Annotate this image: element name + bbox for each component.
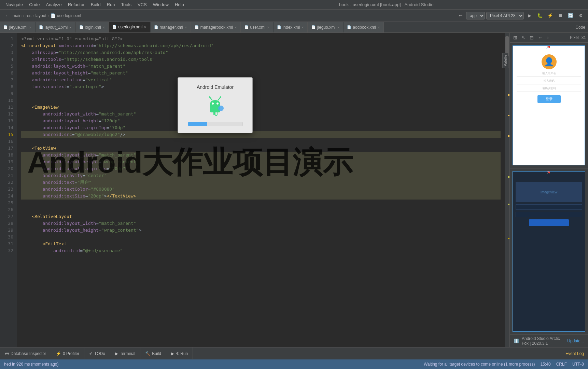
menu-bar: Navigate Code Analyze Refactor Build Run…: [0, 0, 588, 10]
navigate-menu[interactable]: Navigate: [3, 1, 26, 8]
xml-icon: 📄: [79, 25, 83, 29]
code-line-16: [21, 138, 501, 145]
status-time: 15:40: [541, 362, 551, 367]
status-right: Waiting for all target devices to come o…: [424, 362, 584, 367]
avatar-icon: 👤: [542, 54, 557, 69]
tab-close-jieguo[interactable]: ×: [337, 25, 339, 29]
toolbar: ← main › res › layout › 📄 userlogin.xml …: [0, 10, 588, 22]
code-line-11: <ImageView: [21, 104, 501, 111]
breadcrumb-res: res: [26, 13, 31, 18]
line-numbers: 1 2 3 4 5 6 7 8 9 10 11 12 13 14 15 16 1…: [0, 33, 17, 347]
down-arrow-icon[interactable]: ↕: [545, 34, 550, 41]
help-menu[interactable]: Help: [172, 1, 187, 8]
update-bar: ℹ️ Android Studio Arctic Fox | 2020.3.1 …: [510, 334, 588, 347]
update-link[interactable]: Update...: [567, 339, 584, 343]
tab-close-jieyue[interactable]: ×: [29, 25, 31, 29]
device-selector[interactable]: Pixel 4 API 28: [486, 12, 524, 19]
preview-row-1: [516, 204, 582, 210]
database-inspector-label: Database Inspector: [11, 351, 46, 356]
sync-button[interactable]: 🔄: [566, 11, 575, 20]
svg-point-4: [209, 96, 210, 98]
tab-userlogin[interactable]: 📄 userlogin.xml ×: [109, 22, 150, 33]
settings-button[interactable]: ⚙: [576, 11, 585, 20]
view-toggle[interactable]: ⊟: [528, 34, 535, 41]
xml-icon: 📄: [277, 25, 281, 29]
tab-close-managerbook[interactable]: ×: [235, 25, 237, 29]
build-menu[interactable]: Build: [88, 1, 103, 8]
progress-bar-fill: [188, 122, 207, 126]
back-button[interactable]: ←: [3, 12, 11, 19]
preview-btn: [529, 219, 569, 226]
status-crlf[interactable]: CRLF: [556, 362, 567, 367]
event-log-btn[interactable]: Event Log: [565, 351, 584, 356]
code-view-btn[interactable]: Code: [573, 25, 588, 30]
debug-button[interactable]: 🐛: [535, 11, 544, 20]
window-menu[interactable]: Window: [150, 1, 171, 8]
preview-grid: ImageView: [513, 172, 585, 229]
tab-close-user[interactable]: ×: [267, 25, 269, 29]
tab-close-login[interactable]: ×: [103, 25, 105, 29]
terminal-tool[interactable]: ▶ Terminal: [110, 347, 140, 360]
preview-input-username: 输入用户名: [517, 71, 581, 77]
tab-layout1[interactable]: 📄 layout_1.xml ×: [36, 22, 75, 33]
editor[interactable]: 1 2 3 4 5 6 7 8 9 10 11 12 13 14 15 16 1…: [0, 33, 509, 347]
app-selector[interactable]: app: [466, 12, 485, 19]
profile-button[interactable]: ⚡: [546, 11, 555, 20]
toolbar-right: ↩ app Pixel 4 API 28 ▶ 🐛 ⚡ ⏹ 🔄 ⚙: [457, 11, 585, 20]
run-button[interactable]: ▶: [525, 11, 534, 20]
tab-user[interactable]: 📄 user.xml ×: [241, 22, 273, 33]
preview-register-btn[interactable]: 登录: [537, 95, 561, 103]
code-line-6: android:layout_height="match_parent": [21, 70, 501, 77]
stop-button[interactable]: ⏹: [556, 11, 565, 20]
tools-menu[interactable]: Tools: [118, 1, 134, 8]
tab-jieguo[interactable]: 📄 jieguo.xml ×: [308, 22, 343, 33]
code-line-5: android:layout_width="match_parent": [21, 63, 501, 70]
xml-icon: 📄: [347, 25, 351, 29]
code-editor[interactable]: <?xml version="1.0" encoding="utf-8"?> <…: [17, 33, 505, 347]
arrows-icon[interactable]: ↔: [536, 34, 544, 41]
tab-login[interactable]: 📄 login.xml ×: [76, 22, 109, 33]
code-menu[interactable]: Code: [26, 1, 42, 8]
xml-icon: 📄: [244, 25, 249, 29]
info-icon: ℹ️: [514, 339, 519, 343]
todo-icon: ✔: [89, 351, 93, 356]
build-tool[interactable]: 🔨 Build: [140, 347, 166, 360]
editor-scrollbar[interactable]: [505, 33, 509, 347]
run-icon: ▶: [171, 351, 174, 356]
analyze-menu[interactable]: Analyze: [43, 1, 64, 8]
tab-addbook[interactable]: 📄 addbook.xml ×: [344, 22, 383, 33]
tab-close-manager[interactable]: ×: [185, 25, 187, 29]
undo-button[interactable]: ↩: [457, 12, 465, 19]
code-line-13: android:layout_height="120dp": [21, 118, 501, 124]
code-line-27: <RelativeLayout: [21, 213, 501, 220]
tab-managerbook[interactable]: 📄 managerbook.xml ×: [191, 22, 241, 33]
palette-icon[interactable]: ⊞: [512, 34, 519, 41]
tab-manager[interactable]: 📄 manager.xml ×: [151, 22, 191, 33]
database-inspector-tool[interactable]: 🗃 Database Inspector: [0, 347, 51, 360]
code-line-23: android:textColor="#808080": [21, 186, 501, 193]
scroll-marker-5: [508, 204, 509, 205]
tab-close-layout1[interactable]: ×: [69, 25, 71, 29]
todo-tool[interactable]: ✔ TODo: [84, 347, 110, 360]
status-encoding[interactable]: UTF-8: [572, 362, 584, 367]
run-tool[interactable]: ▶ 4: Run: [166, 347, 193, 360]
xml-icon: 📄: [154, 25, 158, 29]
tab-index[interactable]: 📄 index.xml ×: [274, 22, 308, 33]
preview-content-top: 👤 输入用户名 输入密码 请确认密码 登录: [513, 46, 585, 103]
tab-close-addbook[interactable]: ×: [378, 25, 380, 29]
profiler-icon: ⚡: [56, 351, 61, 356]
tab-close-index[interactable]: ×: [302, 25, 304, 29]
code-line-24: android:textSize="20dp"></TextView>: [21, 193, 501, 200]
profiler-tool[interactable]: ⚡ 0 Profiler: [51, 347, 84, 360]
right-panel: ⊞ ↖ ⊟ ↔ ↕ Pixel 31 Palette 📌 👤 输入用户名 输入密…: [509, 33, 588, 347]
tab-jieyue[interactable]: 📄 jieyue.xml ×: [0, 22, 35, 33]
refactor-menu[interactable]: Refactor: [65, 1, 87, 8]
code-line-7: android:orientation="vertical": [21, 77, 501, 83]
cursor-icon[interactable]: ↖: [520, 34, 527, 41]
vcs-menu[interactable]: VCS: [135, 1, 150, 8]
tab-close-userlogin[interactable]: ×: [144, 25, 146, 29]
breadcrumb-filename: userlogin.xml: [57, 13, 81, 18]
code-line-14: android:layout_marginTop="70dp": [21, 124, 501, 131]
run-menu[interactable]: Run: [104, 1, 118, 8]
profiler-label: 0 Profiler: [63, 351, 79, 356]
